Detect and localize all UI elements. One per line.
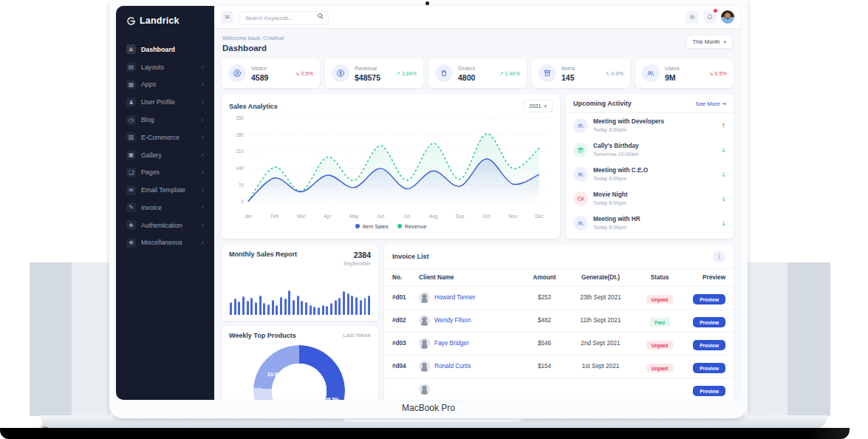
client-name-link[interactable]: Faye Bridger <box>434 340 469 347</box>
sidebar-item-e-commerce[interactable]: ▥E-Commerce› <box>123 129 207 146</box>
chevron-right-icon: › <box>201 99 204 106</box>
legend-dot <box>397 224 402 228</box>
sales-bar <box>364 298 366 315</box>
client-name-link[interactable]: Howard Tanner <box>434 294 475 301</box>
more-options-button[interactable]: ⋮ <box>713 251 725 263</box>
sidebar-item-miscellaneous[interactable]: ❖Miscellaneous› <box>123 234 207 252</box>
stat-trend: ↗ 3.84% <box>396 70 417 77</box>
invoice-table-header: No.Client NameAmountGenerate(Dt.)StatusP… <box>384 268 734 286</box>
topbar-actions <box>686 10 734 24</box>
stat-card-visitor: Visitor4589↘ 0.5% <box>222 58 320 88</box>
invoice-row: #d02Wendy Filson$48211th Sept 2021PaidPr… <box>384 309 734 332</box>
landrick-logo-icon <box>126 16 136 26</box>
activity-item[interactable]: Meeting with HRToday 6:00pm↓ <box>573 211 726 236</box>
year-dropdown[interactable]: 2021 ▾ <box>523 100 553 112</box>
sales-bar <box>297 296 299 315</box>
sales-bar <box>313 307 315 315</box>
preview-button[interactable]: Preview <box>693 363 725 373</box>
svg-text:Apr: Apr <box>324 214 332 220</box>
sidebar-item-pages[interactable]: ❏Pages› <box>123 163 207 181</box>
grid-icon: ▦ <box>126 80 136 89</box>
client-avatar <box>419 384 430 395</box>
sales-analytics-title: Sales Analytics <box>229 103 278 110</box>
monthly-sales-card: Monthly Sales Report 2384 September <box>222 245 378 321</box>
svg-text:Mar: Mar <box>297 214 306 219</box>
invoice-icon: ✎ <box>126 203 136 212</box>
users-icon <box>642 64 660 82</box>
preview-button[interactable]: Preview <box>693 294 725 304</box>
column-header: No. <box>392 274 419 281</box>
sales-analytics-card: Sales Analytics 2021 ▾ 350280210140700Ja… <box>222 94 560 239</box>
legend-item[interactable]: Item Sales <box>355 223 389 230</box>
svg-text:140: 140 <box>236 166 244 171</box>
sales-bar <box>288 290 290 315</box>
page-title: Dashboard <box>222 44 284 52</box>
svg-text:280: 280 <box>236 132 244 137</box>
sales-bar <box>238 302 240 315</box>
legend-dot <box>355 224 360 228</box>
sales-bar <box>263 303 265 315</box>
settings-button[interactable] <box>686 10 699 24</box>
sidebar-item-apps[interactable]: ▦Apps› <box>123 76 207 94</box>
invoice-amount: $482 <box>523 317 566 324</box>
logo[interactable]: Landrick <box>116 6 214 35</box>
activity-item[interactable]: Meeting with DevelopersToday 6:00pm↑ <box>573 113 726 137</box>
sales-analytics-chart: 350280210140700JanFebMarAprMayJunJulAugS… <box>229 112 553 222</box>
sidebar-item-user-profile[interactable]: ♟User Profile› <box>123 93 207 111</box>
notification-badge <box>714 9 717 13</box>
sales-bar <box>343 291 345 315</box>
sidebar-item-invoice[interactable]: ✎Invoice› <box>123 199 207 217</box>
sidebar-item-email-template[interactable]: ✉Email Template› <box>123 181 207 199</box>
revenue-icon <box>332 64 349 82</box>
chevron-down-icon: ▾ <box>544 103 547 109</box>
sales-bar <box>242 296 245 315</box>
stat-trend: ↗ 1.46% <box>499 70 520 77</box>
sidebar-item-authentication[interactable]: ◈Authentication› <box>123 217 207 234</box>
preview-button[interactable]: Preview <box>693 317 725 327</box>
shield-icon: ◈ <box>126 220 136 230</box>
column-header: Preview <box>684 274 725 281</box>
client-avatar <box>419 315 430 326</box>
legend-item[interactable]: Revenue <box>397 223 427 230</box>
activity-item[interactable]: Meeting with C.E.OToday 6:00pm↓ <box>573 162 726 186</box>
stats-row: Visitor4589↘ 0.5%Revenue$48575↗ 3.84%Ord… <box>222 58 734 88</box>
menu-toggle-button[interactable]: ≡ <box>221 11 233 24</box>
see-more-link[interactable]: See More → <box>696 101 726 107</box>
svg-text:70: 70 <box>239 183 245 188</box>
sidebar-item-layouts[interactable]: ▤Layouts› <box>123 58 207 76</box>
activity-item[interactable]: Movie NightToday 6:00pm↓ <box>573 187 726 211</box>
column-header: Client Name <box>419 274 523 281</box>
invoice-row: #d03Faye Bridger$5462nd Sept 2021UnpaidP… <box>384 332 734 355</box>
dashboard-body: Welcome back, Cristina! Dashboard This M… <box>214 28 741 400</box>
topbar: ≡ <box>214 6 741 28</box>
gift-icon <box>573 143 588 157</box>
invoice-no: #d03 <box>392 340 419 347</box>
sales-bar <box>318 307 320 315</box>
activity-item[interactable]: Cally's BirthdayTomorrow 10:00am↓ <box>573 137 726 162</box>
column-header: Status <box>635 274 684 281</box>
sidebar-item-gallery[interactable]: ▣Gallery› <box>123 146 207 164</box>
svg-text:Jan: Jan <box>245 214 253 219</box>
preview-button[interactable]: Preview <box>693 386 725 396</box>
donut-label: 38.5% <box>325 397 339 400</box>
sidebar-item-blog[interactable]: ◷Blog› <box>123 111 207 129</box>
client-name-link[interactable]: Ronald Curtis <box>434 363 471 370</box>
notifications-button[interactable] <box>703 10 717 24</box>
search-input[interactable] <box>239 11 329 25</box>
search-icon[interactable] <box>317 13 324 20</box>
sidebar-item-dashboard[interactable]: ⌂Dashboard <box>123 41 207 58</box>
sales-bar <box>247 301 249 315</box>
period-dropdown[interactable]: This Month ▾ <box>686 35 733 49</box>
chevron-right-icon: › <box>201 152 204 158</box>
sales-bar <box>368 296 370 315</box>
meeting-icon <box>573 118 588 133</box>
sales-bar <box>338 298 341 315</box>
preview-button[interactable]: Preview <box>693 340 725 350</box>
stat-card-revenue: Revenue$48575↗ 3.84% <box>325 58 423 88</box>
client-name-link[interactable]: Wendy Filson <box>434 317 471 324</box>
sales-bar <box>259 296 262 315</box>
user-avatar[interactable] <box>721 10 734 24</box>
column-header: Generate(Dt.) <box>566 274 635 281</box>
stat-card-items: Items145∿ 0.0% <box>532 58 630 88</box>
client-avatar <box>419 338 430 349</box>
